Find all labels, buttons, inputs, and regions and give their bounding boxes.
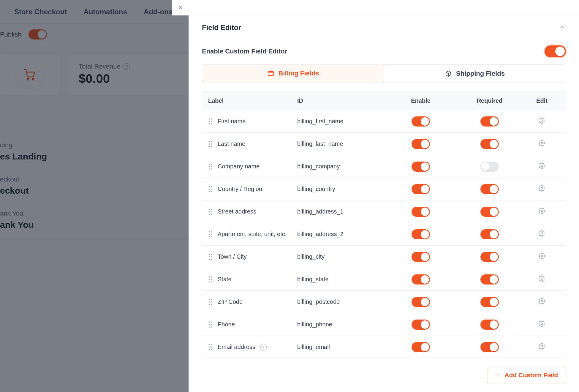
drag-handle-icon[interactable] bbox=[208, 321, 213, 328]
svg-point-25 bbox=[211, 186, 212, 187]
svg-point-27 bbox=[211, 189, 212, 190]
field-enable-toggle[interactable] bbox=[412, 252, 430, 262]
fields-table: Label ID Enable Required Edit First name… bbox=[202, 91, 566, 358]
drag-handle-icon[interactable] bbox=[208, 254, 213, 260]
gear-icon bbox=[539, 343, 545, 351]
field-required-toggle[interactable] bbox=[480, 252, 499, 262]
field-id: billing_company bbox=[297, 163, 386, 170]
drag-handle-icon[interactable] bbox=[208, 208, 213, 215]
collapse-section-button[interactable] bbox=[559, 23, 566, 32]
edit-field-button[interactable] bbox=[537, 274, 547, 285]
svg-point-48 bbox=[211, 256, 212, 257]
svg-point-60 bbox=[211, 299, 212, 300]
svg-point-17 bbox=[209, 163, 210, 165]
table-row: Email address ?billing_email bbox=[202, 336, 566, 358]
gear-icon bbox=[539, 208, 545, 216]
svg-point-42 bbox=[209, 236, 210, 237]
field-required-toggle[interactable] bbox=[480, 320, 499, 330]
svg-point-22 bbox=[211, 168, 212, 170]
gear-icon bbox=[539, 230, 545, 238]
field-required-toggle[interactable] bbox=[480, 274, 499, 284]
field-id: billing_address_2 bbox=[297, 231, 386, 238]
field-enable-toggle[interactable] bbox=[412, 297, 430, 307]
field-editor-panel: Field Editor Enable Custom Field Editor … bbox=[189, 0, 579, 392]
edit-field-button[interactable] bbox=[537, 342, 547, 353]
edit-field-button[interactable] bbox=[537, 319, 547, 330]
svg-point-3 bbox=[209, 118, 210, 119]
svg-point-5 bbox=[209, 121, 210, 122]
drag-handle-icon[interactable] bbox=[208, 276, 213, 283]
field-enable-toggle[interactable] bbox=[412, 342, 430, 352]
svg-point-58 bbox=[541, 278, 543, 279]
field-enable-toggle[interactable] bbox=[412, 162, 430, 172]
field-id: billing_email bbox=[297, 344, 386, 350]
svg-point-24 bbox=[209, 186, 210, 187]
drag-handle-icon[interactable] bbox=[208, 231, 213, 238]
edit-field-button[interactable] bbox=[537, 184, 547, 195]
table-row: Last namebilling_last_name bbox=[202, 132, 566, 155]
field-id: billing_phone bbox=[297, 321, 386, 328]
add-custom-field-button[interactable]: Add Custom Field bbox=[487, 367, 566, 383]
field-enable-toggle[interactable] bbox=[412, 184, 430, 194]
gear-icon bbox=[539, 298, 545, 306]
edit-field-button[interactable] bbox=[537, 161, 547, 172]
field-label: Company name bbox=[218, 163, 260, 170]
enable-editor-toggle[interactable] bbox=[545, 45, 566, 57]
table-row: ZIP Codebilling_postcode bbox=[202, 290, 566, 313]
field-required-toggle[interactable] bbox=[480, 116, 499, 127]
svg-point-33 bbox=[209, 211, 210, 212]
enable-editor-label: Enable Custom Field Editor bbox=[202, 48, 287, 55]
svg-point-31 bbox=[209, 208, 210, 210]
edit-field-button[interactable] bbox=[537, 139, 547, 149]
gear-icon bbox=[539, 140, 545, 148]
wallet-icon bbox=[267, 70, 274, 77]
box-icon bbox=[445, 70, 452, 77]
field-enable-toggle[interactable] bbox=[412, 229, 430, 239]
svg-point-45 bbox=[209, 254, 210, 255]
field-required-toggle[interactable] bbox=[480, 162, 499, 172]
help-icon[interactable]: ? bbox=[260, 344, 267, 350]
edit-field-button[interactable] bbox=[537, 229, 547, 240]
tab-billing[interactable]: Billing Fields bbox=[202, 64, 384, 82]
field-enable-toggle[interactable] bbox=[412, 207, 430, 217]
field-required-toggle[interactable] bbox=[480, 184, 499, 194]
svg-point-29 bbox=[211, 191, 212, 192]
edit-field-button[interactable] bbox=[537, 206, 547, 217]
tab-shipping[interactable]: Shipping Fields bbox=[384, 65, 566, 83]
field-enable-toggle[interactable] bbox=[412, 116, 430, 127]
drag-handle-icon[interactable] bbox=[208, 186, 213, 192]
field-required-toggle[interactable] bbox=[480, 139, 499, 149]
close-icon bbox=[178, 5, 183, 11]
field-id: billing_postcode bbox=[297, 298, 386, 305]
field-required-toggle[interactable] bbox=[480, 342, 499, 352]
field-id: billing_city bbox=[297, 253, 386, 260]
svg-point-56 bbox=[209, 281, 210, 282]
svg-point-20 bbox=[211, 166, 212, 167]
field-required-toggle[interactable] bbox=[480, 229, 499, 239]
svg-point-9 bbox=[541, 120, 543, 121]
edit-field-button[interactable] bbox=[537, 252, 547, 262]
field-enable-toggle[interactable] bbox=[412, 274, 430, 284]
svg-point-59 bbox=[209, 299, 210, 300]
svg-point-72 bbox=[541, 323, 543, 325]
col-edit: Edit bbox=[524, 97, 560, 104]
drag-handle-icon[interactable] bbox=[208, 299, 213, 305]
drag-handle-icon[interactable] bbox=[208, 141, 213, 147]
svg-point-15 bbox=[211, 146, 212, 147]
field-label: First name bbox=[218, 118, 246, 125]
edit-field-button[interactable] bbox=[537, 116, 547, 127]
close-button[interactable] bbox=[172, 0, 189, 15]
field-enable-toggle[interactable] bbox=[412, 139, 430, 149]
svg-point-57 bbox=[211, 281, 212, 282]
field-id: billing_country bbox=[297, 186, 386, 192]
field-required-toggle[interactable] bbox=[480, 207, 499, 217]
field-required-toggle[interactable] bbox=[480, 297, 499, 307]
drag-handle-icon[interactable] bbox=[208, 118, 213, 125]
field-enable-toggle[interactable] bbox=[412, 320, 430, 330]
drag-handle-icon[interactable] bbox=[208, 163, 213, 170]
table-row: Company namebilling_company bbox=[202, 155, 566, 178]
svg-point-74 bbox=[211, 344, 212, 345]
drag-handle-icon[interactable] bbox=[208, 344, 213, 350]
svg-point-35 bbox=[209, 214, 210, 215]
edit-field-button[interactable] bbox=[537, 297, 547, 307]
